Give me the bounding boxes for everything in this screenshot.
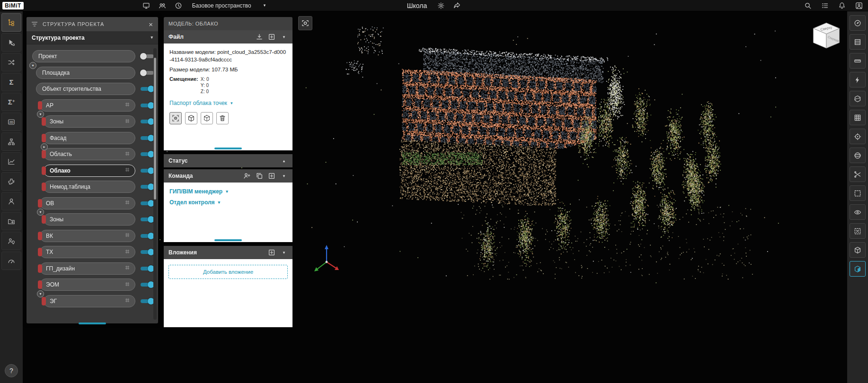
chevron-down-icon[interactable]: ▾ xyxy=(280,249,288,256)
passport-link[interactable]: Паспорт облака точек ▾ xyxy=(169,100,287,106)
structure-tree-tool-button[interactable] xyxy=(1,13,21,32)
chevron-down-icon[interactable]: ▾ xyxy=(280,33,288,41)
tree-item[interactable]: ЭГ xyxy=(44,295,135,307)
tree-item[interactable]: ЭОМ xyxy=(40,279,135,291)
visibility-toggle[interactable] xyxy=(140,102,154,109)
tree-item[interactable]: Зоны xyxy=(44,115,135,128)
grid-table-button[interactable] xyxy=(850,110,866,125)
copy-icon[interactable] xyxy=(256,172,263,180)
relations-tool-button[interactable] xyxy=(1,53,21,71)
expand-toggle-icon[interactable]: ▸ xyxy=(41,143,48,150)
share-icon[interactable] xyxy=(452,1,461,10)
tree-item[interactable]: Область xyxy=(44,148,135,160)
notifications-icon[interactable] xyxy=(838,1,846,10)
visibility-toggle[interactable] xyxy=(140,135,154,141)
scrollbar-thumb[interactable] xyxy=(154,58,156,200)
status-section-header[interactable]: Статус ▴ xyxy=(164,154,292,167)
download-icon[interactable] xyxy=(256,33,263,41)
tree-item[interactable]: Зоны xyxy=(44,213,135,226)
team-role-link[interactable]: Отдел контроля▾ xyxy=(169,199,287,206)
visibility-toggle[interactable] xyxy=(140,233,154,239)
tree-item[interactable]: ТХ xyxy=(40,246,135,258)
focus-target-button[interactable] xyxy=(850,129,866,144)
measure-button[interactable] xyxy=(850,53,866,69)
sum-plus-tool-button[interactable]: Σ+ xyxy=(1,93,21,111)
tasks-icon[interactable] xyxy=(821,1,829,10)
visibility-toggle[interactable] xyxy=(140,118,154,125)
display-icon[interactable] xyxy=(142,1,151,10)
tree-item[interactable]: Фасад xyxy=(44,132,135,144)
visibility-toggle[interactable] xyxy=(140,200,154,207)
attachments-section-header[interactable]: Вложения ▾ xyxy=(164,246,292,259)
add-attachment-button[interactable]: Добавить вложение xyxy=(168,265,288,279)
workspace-selector[interactable]: Базовое пространство ▾ xyxy=(192,2,266,9)
sphere-button[interactable] xyxy=(850,148,866,163)
section-resize-handle[interactable] xyxy=(214,239,242,241)
file-section-header[interactable]: Файл ▾ xyxy=(164,30,292,44)
shading-button[interactable] xyxy=(850,261,866,277)
visibility-toggle[interactable] xyxy=(140,249,154,255)
fit-model-button[interactable] xyxy=(185,112,197,124)
chevron-up-icon[interactable]: ▴ xyxy=(280,157,288,165)
isolate-box-button[interactable] xyxy=(850,242,866,258)
charts-tool-button[interactable] xyxy=(1,152,21,171)
tree-item[interactable]: АР xyxy=(40,99,135,112)
expand-toggle-icon[interactable]: ▾ xyxy=(37,209,44,216)
visibility-toggle[interactable] xyxy=(140,216,154,223)
visibility-toggle[interactable] xyxy=(140,86,154,92)
tree-item[interactable]: Немод.таблица xyxy=(44,181,135,193)
visibility-toggle[interactable] xyxy=(140,53,154,60)
hierarchy-tool-button[interactable] xyxy=(1,132,21,151)
tree-item[interactable]: Площадка xyxy=(36,67,135,79)
panel-resize-handle[interactable] xyxy=(79,322,106,324)
team-role-link[interactable]: ГИП/BIM менеджер▾ xyxy=(169,188,287,195)
add-icon[interactable] xyxy=(268,249,275,256)
visibility-toggle[interactable] xyxy=(140,298,154,305)
model-bounds-button[interactable] xyxy=(201,112,213,124)
close-icon[interactable]: × xyxy=(148,20,154,28)
assign-user-icon[interactable] xyxy=(243,172,251,180)
visibility-button[interactable] xyxy=(850,204,866,220)
section-resize-handle[interactable] xyxy=(214,148,242,149)
lightning-button[interactable] xyxy=(850,72,866,87)
delete-button[interactable] xyxy=(216,112,229,124)
visibility-toggle[interactable] xyxy=(140,265,154,272)
search-icon[interactable] xyxy=(804,1,812,10)
view-2d-tool-button[interactable]: 2D xyxy=(1,113,21,131)
compass-button[interactable] xyxy=(850,15,866,31)
marquee-button[interactable] xyxy=(850,185,866,201)
team-icon[interactable] xyxy=(158,1,167,10)
cut-plane-button[interactable] xyxy=(850,166,866,182)
visibility-toggle[interactable] xyxy=(140,281,154,288)
plugins-tool-button[interactable] xyxy=(1,172,21,191)
filter-menu-icon[interactable] xyxy=(31,20,38,28)
visibility-toggle[interactable] xyxy=(140,70,154,76)
sum-tool-button[interactable]: Σ xyxy=(1,73,21,91)
navigation-cube[interactable]: Сверху Спереди xyxy=(809,18,843,54)
profile-icon[interactable] xyxy=(855,1,863,10)
export-folder-tool-button[interactable] xyxy=(1,212,21,230)
expand-toggle-icon[interactable]: ▾ xyxy=(29,62,36,69)
hide-region-button[interactable] xyxy=(850,223,866,239)
frame-capture-button[interactable] xyxy=(298,16,312,30)
tree-item[interactable]: Проект xyxy=(32,50,135,62)
visibility-toggle[interactable] xyxy=(140,183,154,190)
tree-item[interactable]: Объект строительства xyxy=(36,83,135,95)
structure-view-selector[interactable]: Структура проекта ▾ xyxy=(27,31,158,44)
chevron-down-icon[interactable]: ▾ xyxy=(280,172,288,180)
add-icon[interactable] xyxy=(268,172,275,180)
dashboard-tool-button[interactable] xyxy=(1,252,21,270)
history-icon[interactable] xyxy=(174,1,183,10)
user-location-tool-button[interactable] xyxy=(1,232,21,250)
expand-toggle-icon[interactable]: ▾ xyxy=(37,290,44,297)
expand-toggle-icon[interactable]: ▾ xyxy=(37,111,44,118)
focus-view-button[interactable] xyxy=(169,112,182,124)
select-cursor-tool-button[interactable] xyxy=(1,33,21,52)
team-section-header[interactable]: Команда ▾ xyxy=(164,169,292,183)
visibility-toggle[interactable] xyxy=(140,151,154,157)
tree-item[interactable]: Облако xyxy=(44,165,135,177)
user-tool-button[interactable] xyxy=(1,192,21,210)
add-icon[interactable] xyxy=(268,33,275,41)
tree-item[interactable]: ГП_дизайн xyxy=(40,262,135,275)
tree-item[interactable]: ОВ xyxy=(40,197,135,209)
